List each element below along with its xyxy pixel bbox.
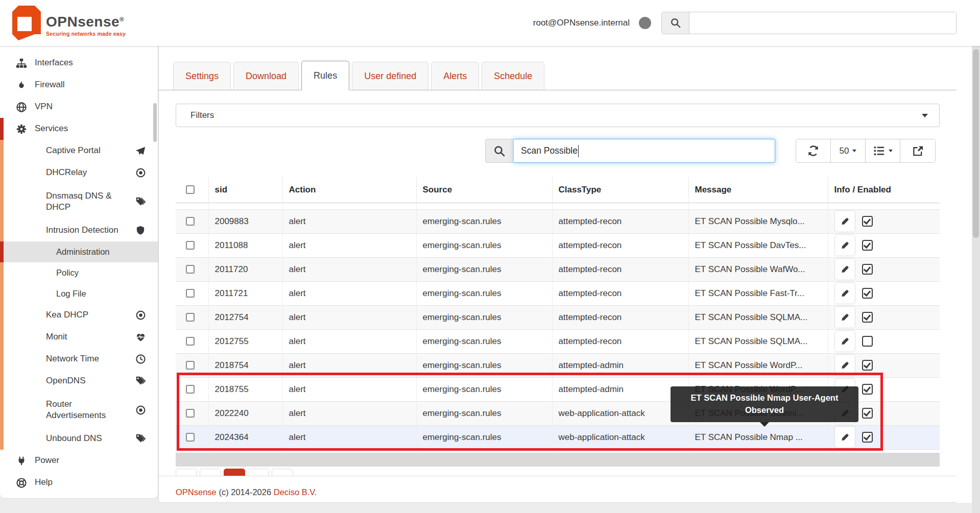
sidebar-item-network-time[interactable]: Network Time — [0, 348, 158, 370]
edit-rule-button[interactable] — [834, 282, 855, 304]
table-horizontal-scrollbar[interactable] — [176, 453, 940, 467]
edit-rule-button[interactable] — [834, 354, 855, 376]
sidebar-item-monit[interactable]: Monit — [0, 326, 158, 348]
table-row[interactable]: 2011720alert emerging-scan.rulesattempte… — [176, 257, 940, 281]
sidebar-item-unbound-dns[interactable]: Unbound DNS — [0, 428, 158, 450]
row-checkbox[interactable] — [186, 337, 195, 346]
pagination-button[interactable] — [248, 469, 269, 476]
footer-deciso-link[interactable]: Deciso B.V. — [274, 487, 317, 497]
enabled-checkbox[interactable] — [862, 264, 873, 275]
enabled-checkbox[interactable] — [862, 216, 873, 227]
sidebar-scrollbar-thumb[interactable] — [153, 103, 157, 142]
sidebar-item-dnsmasq[interactable]: Dnsmasq DNS & DHCP — [0, 184, 158, 219]
enabled-checkbox[interactable] — [862, 312, 873, 323]
opnsense-logo[interactable]: OPNsense® Securing networks made easy — [11, 5, 126, 41]
sidebar-item-intrusion-detection[interactable]: Intrusion Detection — [0, 219, 158, 241]
plug-icon — [15, 455, 28, 467]
tab-schedule[interactable]: Schedule — [482, 62, 544, 90]
edit-rule-button[interactable] — [834, 210, 855, 232]
row-checkbox[interactable] — [186, 265, 195, 274]
edit-rule-button[interactable] — [834, 258, 855, 280]
brand-tagline: Securing networks made easy — [46, 31, 126, 37]
paper-plane-icon — [134, 146, 147, 156]
select-all-checkbox[interactable] — [186, 185, 195, 194]
table-row[interactable]: 2012755alert emerging-scan.rulesattempte… — [176, 329, 940, 353]
column-header-message[interactable]: Message — [688, 177, 828, 203]
page-scrollbar[interactable] — [972, 46, 980, 513]
edit-rule-button[interactable] — [834, 306, 855, 328]
pagination-button-active[interactable] — [224, 469, 245, 476]
table-row-selected[interactable]: 2024364alert emerging-scan.rulesweb-appl… — [176, 425, 940, 449]
row-checkbox[interactable] — [186, 385, 195, 394]
sidebar-item-policy[interactable]: Policy — [0, 262, 158, 283]
row-checkbox[interactable] — [186, 313, 195, 322]
sidebar-item-power[interactable]: Power — [0, 450, 158, 472]
table-row[interactable]: 2009883alert emerging-scan.rulesattempte… — [176, 209, 940, 233]
rules-search-button[interactable] — [485, 139, 514, 163]
sidebar-item-administration[interactable]: Administration — [0, 241, 158, 262]
row-checkbox[interactable] — [186, 409, 195, 418]
edit-rule-button[interactable] — [834, 426, 855, 448]
filters-dropdown[interactable]: Filters — [176, 104, 940, 127]
tags-icon — [134, 197, 147, 207]
refresh-button[interactable] — [796, 139, 831, 162]
table-row[interactable]: 2011088alert emerging-scan.rulesattempte… — [176, 233, 940, 257]
row-checkbox[interactable] — [186, 217, 195, 226]
sidebar-item-label: Router Advertisements — [46, 399, 128, 421]
column-header-action[interactable]: Action — [282, 177, 416, 203]
enabled-checkbox[interactable] — [862, 240, 873, 251]
row-checkbox[interactable] — [186, 241, 195, 250]
globe-icon — [15, 102, 28, 113]
sidebar-item-vpn[interactable]: VPN — [0, 96, 158, 118]
tab-download[interactable]: Download — [233, 62, 299, 90]
column-header-classtype[interactable]: ClassType — [552, 177, 688, 203]
rules-search-input[interactable]: Scan Possible — [514, 139, 775, 163]
enabled-checkbox[interactable] — [862, 432, 873, 443]
tab-settings[interactable]: Settings — [173, 62, 231, 90]
export-icon — [912, 145, 924, 157]
pagination-button[interactable] — [200, 469, 221, 476]
sidebar-item-help[interactable]: Help — [0, 472, 158, 494]
pencil-icon — [841, 337, 849, 345]
enabled-checkbox[interactable] — [862, 384, 873, 395]
table-toolbar: Scan Possible 50 — [176, 139, 940, 163]
sidebar-item-firewall[interactable]: Firewall — [0, 74, 158, 96]
row-checkbox[interactable] — [186, 361, 195, 370]
table-row[interactable]: 2012754alert emerging-scan.rulesattempte… — [176, 305, 940, 329]
sidebar-item-interfaces[interactable]: Interfaces — [0, 52, 158, 74]
columns-dropdown[interactable] — [866, 139, 900, 162]
sidebar-item-dhcrelay[interactable]: DHCRelay — [0, 162, 158, 184]
text-cursor — [578, 145, 579, 157]
sidebar-item-log-file[interactable]: Log File — [0, 283, 158, 304]
clock-icon — [134, 354, 147, 364]
page-size-dropdown[interactable]: 50 — [831, 139, 866, 162]
row-checkbox[interactable] — [186, 433, 195, 442]
row-checkbox[interactable] — [186, 289, 195, 298]
pagination-button[interactable] — [272, 469, 293, 476]
sidebar-item-captive-portal[interactable]: Captive Portal — [0, 140, 158, 162]
enabled-checkbox[interactable] — [862, 288, 873, 299]
table-row[interactable]: 2011721alert emerging-scan.rulesattempte… — [176, 281, 940, 305]
sidebar-item-services[interactable]: Services — [0, 118, 158, 140]
column-header-info-enabled[interactable]: Info / Enabled — [828, 177, 940, 203]
column-header-sid[interactable]: sid — [208, 177, 282, 203]
enabled-checkbox[interactable] — [862, 408, 873, 419]
column-header-source[interactable]: Source — [416, 177, 552, 203]
global-search-button[interactable] — [662, 12, 689, 34]
enabled-checkbox[interactable] — [862, 336, 873, 347]
global-search-input[interactable] — [689, 12, 956, 34]
sidebar-item-router-advertisements[interactable]: Router Advertisements — [0, 392, 158, 428]
tab-alerts[interactable]: Alerts — [431, 62, 479, 90]
edit-rule-button[interactable] — [834, 234, 855, 256]
tab-rules[interactable]: Rules — [301, 61, 349, 90]
sidebar-item-kea-dhcp[interactable]: Kea DHCP — [0, 304, 158, 326]
export-button[interactable] — [900, 139, 935, 162]
sidebar-item-opendns[interactable]: OpenDNS — [0, 370, 158, 392]
pagination-button[interactable] — [176, 469, 197, 476]
enabled-checkbox[interactable] — [862, 360, 873, 371]
page-scrollbar-thumb[interactable] — [973, 49, 979, 238]
footer-opnsense-link[interactable]: OPNsense — [176, 487, 217, 497]
edit-rule-button[interactable] — [834, 330, 855, 352]
table-row[interactable]: 2018754alert emerging-scan.rulesattempte… — [176, 353, 940, 377]
tab-user-defined[interactable]: User defined — [352, 62, 428, 90]
